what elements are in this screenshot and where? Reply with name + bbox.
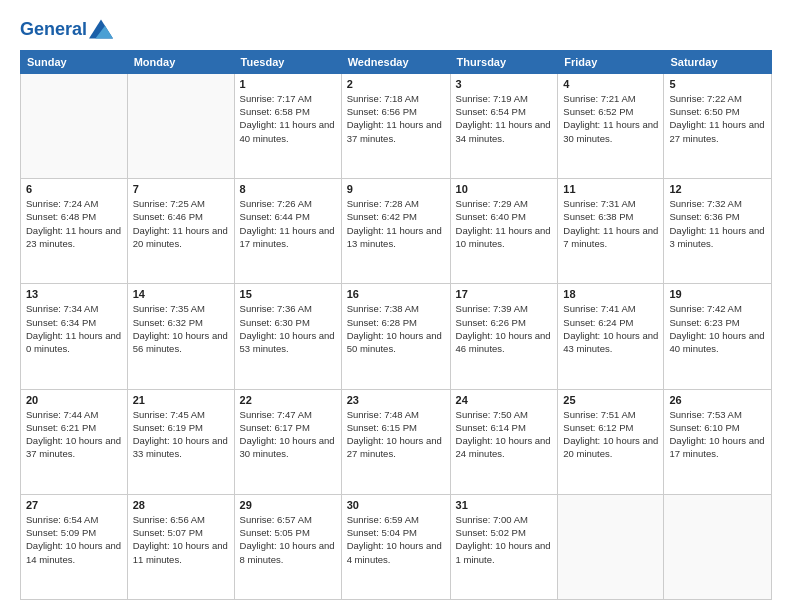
day-info: Sunrise: 7:39 AM Sunset: 6:26 PM Dayligh… (456, 302, 553, 355)
calendar-cell: 16Sunrise: 7:38 AM Sunset: 6:28 PM Dayli… (341, 284, 450, 389)
calendar-cell: 22Sunrise: 7:47 AM Sunset: 6:17 PM Dayli… (234, 389, 341, 494)
calendar-cell: 5Sunrise: 7:22 AM Sunset: 6:50 PM Daylig… (664, 73, 772, 178)
day-info: Sunrise: 7:34 AM Sunset: 6:34 PM Dayligh… (26, 302, 122, 355)
calendar-cell: 17Sunrise: 7:39 AM Sunset: 6:26 PM Dayli… (450, 284, 558, 389)
calendar-cell: 25Sunrise: 7:51 AM Sunset: 6:12 PM Dayli… (558, 389, 664, 494)
weekday-header: Saturday (664, 50, 772, 73)
day-number: 19 (669, 288, 766, 300)
day-info: Sunrise: 7:25 AM Sunset: 6:46 PM Dayligh… (133, 197, 229, 250)
calendar-cell: 14Sunrise: 7:35 AM Sunset: 6:32 PM Dayli… (127, 284, 234, 389)
calendar-cell: 21Sunrise: 7:45 AM Sunset: 6:19 PM Dayli… (127, 389, 234, 494)
day-number: 2 (347, 78, 445, 90)
day-number: 20 (26, 394, 122, 406)
logo-text: General (20, 20, 87, 40)
weekday-header: Monday (127, 50, 234, 73)
calendar-cell: 23Sunrise: 7:48 AM Sunset: 6:15 PM Dayli… (341, 389, 450, 494)
day-number: 3 (456, 78, 553, 90)
day-info: Sunrise: 7:31 AM Sunset: 6:38 PM Dayligh… (563, 197, 658, 250)
calendar-cell: 1Sunrise: 7:17 AM Sunset: 6:58 PM Daylig… (234, 73, 341, 178)
calendar-cell (21, 73, 128, 178)
day-info: Sunrise: 7:22 AM Sunset: 6:50 PM Dayligh… (669, 92, 766, 145)
weekday-header: Tuesday (234, 50, 341, 73)
day-info: Sunrise: 7:21 AM Sunset: 6:52 PM Dayligh… (563, 92, 658, 145)
calendar-cell: 12Sunrise: 7:32 AM Sunset: 6:36 PM Dayli… (664, 179, 772, 284)
day-number: 24 (456, 394, 553, 406)
day-info: Sunrise: 7:18 AM Sunset: 6:56 PM Dayligh… (347, 92, 445, 145)
day-number: 29 (240, 499, 336, 511)
day-info: Sunrise: 7:50 AM Sunset: 6:14 PM Dayligh… (456, 408, 553, 461)
calendar-week-row: 6Sunrise: 7:24 AM Sunset: 6:48 PM Daylig… (21, 179, 772, 284)
day-info: Sunrise: 6:54 AM Sunset: 5:09 PM Dayligh… (26, 513, 122, 566)
calendar-cell: 24Sunrise: 7:50 AM Sunset: 6:14 PM Dayli… (450, 389, 558, 494)
day-info: Sunrise: 7:36 AM Sunset: 6:30 PM Dayligh… (240, 302, 336, 355)
day-info: Sunrise: 7:45 AM Sunset: 6:19 PM Dayligh… (133, 408, 229, 461)
day-number: 15 (240, 288, 336, 300)
day-number: 21 (133, 394, 229, 406)
calendar-cell: 28Sunrise: 6:56 AM Sunset: 5:07 PM Dayli… (127, 494, 234, 599)
calendar-week-row: 13Sunrise: 7:34 AM Sunset: 6:34 PM Dayli… (21, 284, 772, 389)
calendar-week-row: 1Sunrise: 7:17 AM Sunset: 6:58 PM Daylig… (21, 73, 772, 178)
calendar-cell (664, 494, 772, 599)
day-number: 11 (563, 183, 658, 195)
day-number: 12 (669, 183, 766, 195)
calendar-page: General SundayMondayTuesdayWednesdayThur… (0, 0, 792, 612)
day-number: 4 (563, 78, 658, 90)
day-info: Sunrise: 7:35 AM Sunset: 6:32 PM Dayligh… (133, 302, 229, 355)
calendar-cell: 20Sunrise: 7:44 AM Sunset: 6:21 PM Dayli… (21, 389, 128, 494)
day-number: 27 (26, 499, 122, 511)
day-number: 16 (347, 288, 445, 300)
day-info: Sunrise: 7:00 AM Sunset: 5:02 PM Dayligh… (456, 513, 553, 566)
logo-icon (89, 19, 113, 39)
day-number: 7 (133, 183, 229, 195)
day-info: Sunrise: 7:24 AM Sunset: 6:48 PM Dayligh… (26, 197, 122, 250)
day-info: Sunrise: 7:26 AM Sunset: 6:44 PM Dayligh… (240, 197, 336, 250)
day-number: 18 (563, 288, 658, 300)
calendar-cell: 11Sunrise: 7:31 AM Sunset: 6:38 PM Dayli… (558, 179, 664, 284)
day-number: 10 (456, 183, 553, 195)
calendar-cell: 27Sunrise: 6:54 AM Sunset: 5:09 PM Dayli… (21, 494, 128, 599)
calendar-table: SundayMondayTuesdayWednesdayThursdayFrid… (20, 50, 772, 600)
day-number: 1 (240, 78, 336, 90)
day-info: Sunrise: 7:29 AM Sunset: 6:40 PM Dayligh… (456, 197, 553, 250)
calendar-cell: 30Sunrise: 6:59 AM Sunset: 5:04 PM Dayli… (341, 494, 450, 599)
calendar-cell: 7Sunrise: 7:25 AM Sunset: 6:46 PM Daylig… (127, 179, 234, 284)
day-number: 13 (26, 288, 122, 300)
day-number: 30 (347, 499, 445, 511)
calendar-cell: 19Sunrise: 7:42 AM Sunset: 6:23 PM Dayli… (664, 284, 772, 389)
calendar-cell: 8Sunrise: 7:26 AM Sunset: 6:44 PM Daylig… (234, 179, 341, 284)
day-number: 22 (240, 394, 336, 406)
calendar-cell: 6Sunrise: 7:24 AM Sunset: 6:48 PM Daylig… (21, 179, 128, 284)
day-number: 8 (240, 183, 336, 195)
day-number: 25 (563, 394, 658, 406)
day-number: 28 (133, 499, 229, 511)
calendar-cell: 10Sunrise: 7:29 AM Sunset: 6:40 PM Dayli… (450, 179, 558, 284)
calendar-cell: 13Sunrise: 7:34 AM Sunset: 6:34 PM Dayli… (21, 284, 128, 389)
weekday-header: Friday (558, 50, 664, 73)
day-number: 14 (133, 288, 229, 300)
calendar-cell: 2Sunrise: 7:18 AM Sunset: 6:56 PM Daylig… (341, 73, 450, 178)
day-info: Sunrise: 6:57 AM Sunset: 5:05 PM Dayligh… (240, 513, 336, 566)
logo: General (20, 20, 113, 40)
calendar-cell (558, 494, 664, 599)
day-number: 5 (669, 78, 766, 90)
calendar-cell (127, 73, 234, 178)
day-info: Sunrise: 7:19 AM Sunset: 6:54 PM Dayligh… (456, 92, 553, 145)
day-info: Sunrise: 7:32 AM Sunset: 6:36 PM Dayligh… (669, 197, 766, 250)
day-info: Sunrise: 7:53 AM Sunset: 6:10 PM Dayligh… (669, 408, 766, 461)
calendar-cell: 15Sunrise: 7:36 AM Sunset: 6:30 PM Dayli… (234, 284, 341, 389)
day-number: 26 (669, 394, 766, 406)
day-number: 9 (347, 183, 445, 195)
calendar-cell: 9Sunrise: 7:28 AM Sunset: 6:42 PM Daylig… (341, 179, 450, 284)
day-info: Sunrise: 7:47 AM Sunset: 6:17 PM Dayligh… (240, 408, 336, 461)
day-number: 17 (456, 288, 553, 300)
day-info: Sunrise: 7:41 AM Sunset: 6:24 PM Dayligh… (563, 302, 658, 355)
calendar-cell: 4Sunrise: 7:21 AM Sunset: 6:52 PM Daylig… (558, 73, 664, 178)
weekday-header: Sunday (21, 50, 128, 73)
weekday-header: Thursday (450, 50, 558, 73)
day-info: Sunrise: 7:44 AM Sunset: 6:21 PM Dayligh… (26, 408, 122, 461)
day-number: 31 (456, 499, 553, 511)
calendar-cell: 18Sunrise: 7:41 AM Sunset: 6:24 PM Dayli… (558, 284, 664, 389)
day-info: Sunrise: 7:48 AM Sunset: 6:15 PM Dayligh… (347, 408, 445, 461)
calendar-week-row: 20Sunrise: 7:44 AM Sunset: 6:21 PM Dayli… (21, 389, 772, 494)
calendar-cell: 26Sunrise: 7:53 AM Sunset: 6:10 PM Dayli… (664, 389, 772, 494)
